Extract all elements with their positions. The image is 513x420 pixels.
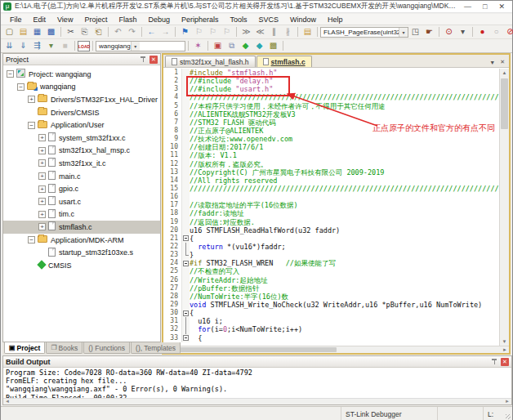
expander-icon[interactable]: − [17, 83, 25, 91]
open-file-icon[interactable]: ▤ [17, 26, 29, 38]
tree-item-drivers-cmsis[interactable]: −Drivers/CMSIS [3, 106, 160, 119]
maximize-button[interactable]: □ [483, 2, 487, 11]
expander-icon[interactable]: + [38, 134, 46, 141]
expander-icon[interactable]: + [38, 198, 46, 205]
tree-item-startup-stm32f103xe-s[interactable]: −startup_stm32f103xe.s [3, 246, 160, 259]
menu-view[interactable]: View [51, 16, 78, 24]
fold-margin[interactable] [181, 309, 190, 317]
menu-window[interactable]: Window [284, 16, 322, 24]
expander-icon[interactable]: + [38, 172, 46, 180]
resize-grip[interactable] [504, 407, 512, 420]
expander-icon[interactable]: − [28, 236, 35, 244]
fold-collapse-icon[interactable] [183, 235, 189, 241]
code-editor[interactable]: 1#include "stmflash.h"2//#include "delay… [163, 69, 499, 346]
manage-project-items-icon[interactable]: ▣ [212, 40, 224, 51]
select-packs-icon[interactable]: ◆ [253, 40, 265, 51]
pin-icon[interactable] [491, 358, 498, 365]
search-dropdown-icon[interactable]: ⊙ [443, 26, 455, 38]
copy-icon[interactable]: ⎘ [78, 26, 91, 38]
stop-build-icon[interactable]: ■ [59, 40, 71, 51]
fold-collapse-icon[interactable] [183, 335, 189, 341]
tree-item-tim-c[interactable]: +tim.c [3, 208, 160, 221]
redo-icon[interactable]: ↷ [126, 26, 138, 38]
tree-item-gpio-c[interactable]: +gpio.c [3, 182, 160, 195]
expander-icon[interactable]: + [28, 96, 35, 103]
tree-item-stm32f1xx-hal-msp-c[interactable]: +stm32f1xx_hal_msp.c [3, 145, 160, 158]
navigate-back-icon[interactable]: ← [145, 26, 158, 38]
tree-item-cmsis[interactable]: −CMSIS [3, 259, 160, 272]
tree-item-usart-c[interactable]: +usart.c [3, 195, 160, 208]
chevron-down-icon[interactable]: ▾ [131, 42, 140, 51]
file-extensions-icon[interactable]: ⧉ [225, 40, 238, 51]
menu-file[interactable]: File [4, 16, 28, 24]
editor-vertical-scrollbar[interactable]: ▲ ▼ [499, 69, 509, 346]
rebuild-icon[interactable]: ⇶ [31, 40, 43, 51]
fold-collapse-icon[interactable] [183, 311, 189, 316]
menu-help[interactable]: Help [322, 16, 349, 24]
editor-tab-stmflash-c[interactable]: stmflash.c [256, 56, 312, 67]
new-file-icon[interactable]: ▢ [3, 26, 16, 38]
bottom-tab--functions[interactable]: () Functions [83, 342, 130, 354]
breakpoint-insert-icon[interactable]: ● [476, 26, 488, 38]
expander-icon[interactable]: + [38, 211, 46, 218]
scroll-left-icon[interactable]: ◄ [5, 399, 10, 404]
outdent-icon[interactable]: ≪ [254, 26, 266, 38]
navigate-forward-icon[interactable]: → [159, 26, 172, 38]
fold-collapse-icon[interactable] [183, 261, 189, 266]
find-icon[interactable]: ◳ [409, 26, 422, 38]
paste-icon[interactable]: ⎗ [92, 26, 105, 38]
editor-horizontal-scrollbar[interactable]: ◄ ► [163, 346, 509, 353]
expander-icon[interactable]: + [38, 159, 46, 167]
bottom-tab--templates[interactable]: (), Templates [131, 342, 181, 354]
pack-installer-icon[interactable]: ▩ [267, 40, 279, 51]
manage-rte-icon[interactable]: ◆ [239, 40, 252, 51]
incremental-find-icon[interactable]: ☛ [423, 26, 435, 38]
expander-icon[interactable]: − [7, 70, 14, 78]
build-output-scrollbar[interactable]: ◄ ► [3, 398, 511, 404]
scrollbar-thumb[interactable] [501, 78, 508, 129]
bookmark-clear-icon[interactable]: ⚐ [221, 26, 233, 38]
tree-item-stmflash-c[interactable]: +stmflash.c [3, 221, 160, 234]
menu-flash[interactable]: Flash [113, 16, 142, 24]
save-icon[interactable]: ▦ [31, 26, 43, 38]
expander-icon[interactable]: + [38, 223, 46, 230]
menu-peripherals[interactable]: Peripherals [176, 16, 225, 24]
cut-icon[interactable]: ✂ [65, 26, 77, 38]
breakpoint-disable-all-icon[interactable]: ⊘ [504, 26, 513, 38]
indent-icon[interactable]: ≫ [240, 26, 252, 38]
fold-margin[interactable] [181, 235, 190, 243]
tab-list-icon[interactable]: ▼ [489, 60, 495, 65]
close-button[interactable]: ✕ [498, 2, 505, 11]
bookmark-toggle-icon[interactable]: ⚑ [179, 26, 191, 38]
scrollbar-thumb[interactable] [173, 347, 337, 352]
menu-debug[interactable]: Debug [142, 16, 176, 24]
save-all-icon[interactable]: ▩ [45, 26, 57, 38]
bookmark-prev-icon[interactable]: ⚐ [193, 26, 205, 38]
expander-icon[interactable]: − [28, 122, 35, 129]
uncomment-icon[interactable]: ∦ [282, 26, 294, 38]
bookmark-next-icon[interactable]: ⚐ [207, 26, 219, 38]
tree-item-system-stm32f1xx-c[interactable]: +system_stm32f1xx.c [3, 132, 160, 145]
tree-item-main-c[interactable]: +main.c [3, 170, 160, 183]
breakpoint-enable-icon[interactable]: ○ [490, 26, 502, 38]
batch-build-icon[interactable]: ▾ [45, 40, 57, 51]
menu-project[interactable]: Project [78, 16, 113, 24]
close-panel-icon[interactable]: ✕ [149, 56, 158, 64]
options-for-target-icon[interactable]: ✶ [192, 40, 204, 51]
tree-item-application-user[interactable]: −Application/User [3, 118, 160, 132]
fold-margin[interactable] [181, 334, 190, 342]
download-load-icon[interactable]: LOAD [78, 41, 90, 51]
bottom-tab-books[interactable]: ❐Books [46, 342, 83, 354]
find-in-files-icon[interactable]: ▤ [301, 26, 314, 38]
fold-margin[interactable] [181, 259, 190, 267]
editor-tab-stm32f1xx-hal-flash-h[interactable]: stm32f1xx_hal_flash.h [165, 56, 256, 67]
scroll-right-icon[interactable]: ► [505, 399, 510, 404]
scroll-right-icon[interactable]: ► [501, 346, 509, 353]
menu-svcs[interactable]: SVCS [253, 16, 285, 24]
chevron-down-icon[interactable]: ▾ [399, 28, 408, 37]
minimize-button[interactable]: — [464, 2, 471, 11]
build-icon[interactable]: ⇓ [17, 40, 29, 51]
tree-item-application-mdk-arm[interactable]: −Application/MDK-ARM [3, 234, 160, 247]
tree-item-drivers-stm32f1xx-hal-driver[interactable]: +Drivers/STM32F1xx_HAL_Driver [3, 93, 160, 106]
undo-icon[interactable]: ↶ [112, 26, 124, 38]
